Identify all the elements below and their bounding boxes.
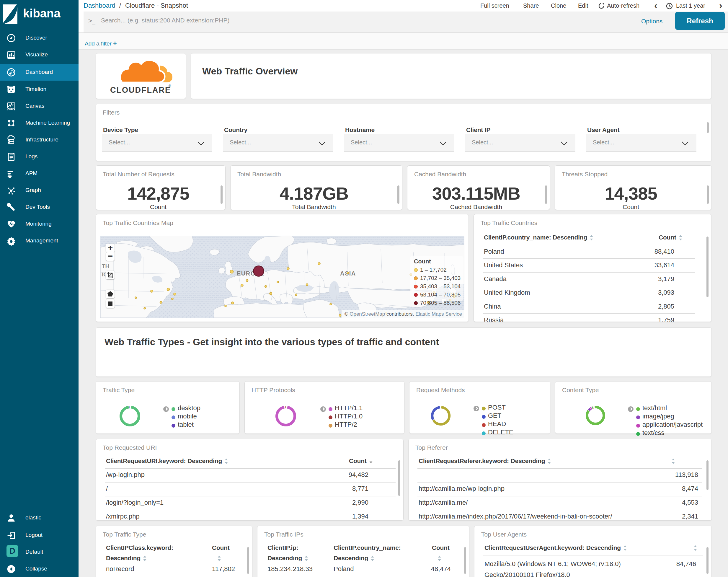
svg-text:CLOUDFLARE: CLOUDFLARE: [110, 85, 171, 95]
svg-text:TH: TH: [102, 263, 109, 269]
svg-text:®: ®: [168, 84, 171, 88]
